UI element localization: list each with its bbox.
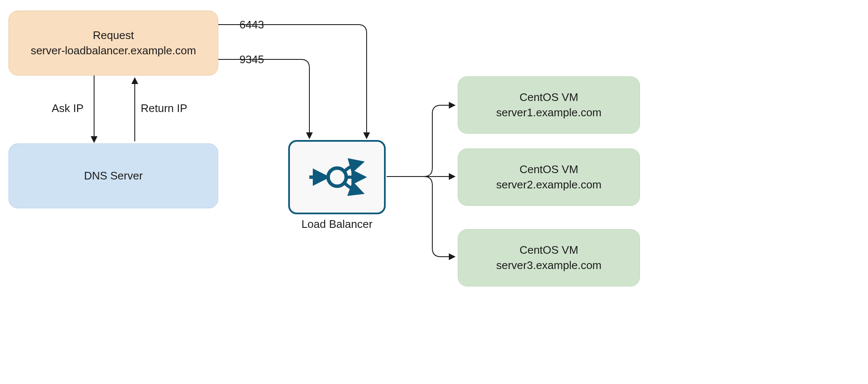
load-balancer-icon <box>302 153 372 202</box>
vm-box-2: CentOS VM server2.example.com <box>458 149 640 206</box>
vm-1-title: CentOS VM <box>520 90 579 105</box>
load-balancer-box <box>288 140 386 214</box>
vm-1-hostname: server1.example.com <box>496 105 602 120</box>
vm-3-hostname: server3.example.com <box>496 258 602 273</box>
vm-box-3: CentOS VM server3.example.com <box>458 229 640 286</box>
edge-port-9345 <box>218 59 309 137</box>
edge-label-port-6443: 6443 <box>239 18 264 31</box>
svg-point-1 <box>328 168 346 186</box>
request-hostname: server-loadbalancer.example.com <box>31 43 196 58</box>
vm-2-title: CentOS VM <box>520 162 579 177</box>
load-balancer-label: Load Balancer <box>297 218 377 231</box>
edge-lb-to-vm1 <box>387 105 454 177</box>
request-box: Request server-loadbalancer.example.com <box>8 11 218 76</box>
edge-label-ask-ip: Ask IP <box>52 102 83 115</box>
vm-box-1: CentOS VM server1.example.com <box>458 76 640 134</box>
edge-lb-to-vm3 <box>387 177 454 257</box>
edge-port-6443 <box>218 25 367 137</box>
dns-server-label: DNS Server <box>84 168 143 183</box>
dns-server-box: DNS Server <box>8 143 218 208</box>
edge-label-return-ip: Return IP <box>141 102 187 115</box>
diagram-canvas: Request server-loadbalancer.example.com … <box>0 0 868 384</box>
vm-2-hostname: server2.example.com <box>496 177 602 192</box>
edge-label-port-9345: 9345 <box>239 53 264 66</box>
request-title: Request <box>93 28 134 43</box>
vm-3-title: CentOS VM <box>520 243 579 258</box>
